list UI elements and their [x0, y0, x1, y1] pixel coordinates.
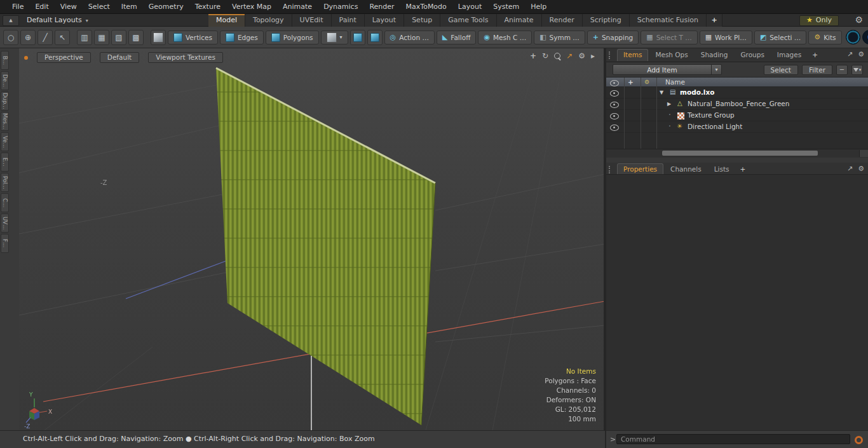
- menu-item[interactable]: Item: [116, 3, 143, 11]
- filter-funnel-button[interactable]: ▾: [851, 65, 863, 75]
- up-arrow-icon[interactable]: ▲: [3, 15, 19, 26]
- grid-box-icon-3[interactable]: ▧: [111, 30, 126, 45]
- maximize-expand-icon[interactable]: ↗: [566, 51, 573, 60]
- add-properties-tab-button[interactable]: +: [736, 164, 749, 175]
- menu-vertex-map[interactable]: Vertex Map: [226, 3, 277, 11]
- item-list-hscrollbar[interactable]: [606, 149, 868, 158]
- panel-grip[interactable]: [609, 51, 613, 59]
- tree-row-directional-light[interactable]: · ☀ Directional Light: [606, 121, 868, 133]
- tool-tab-mesh[interactable]: Mes…: [1, 112, 9, 131]
- edges-mode-button[interactable]: Edges: [220, 31, 264, 44]
- tab-setup[interactable]: Setup: [404, 14, 440, 27]
- tab-mesh-ops[interactable]: Mesh Ops: [649, 50, 693, 60]
- menu-maxtomodo[interactable]: MaxToModo: [400, 3, 452, 11]
- cursor-tool-icon[interactable]: ↖: [55, 30, 70, 45]
- tool-tab-polygon[interactable]: Pol…: [1, 173, 9, 192]
- menu-system[interactable]: System: [487, 3, 525, 11]
- panel-splitter-horizontal[interactable]: [606, 158, 868, 163]
- menu-help[interactable]: Help: [525, 3, 552, 11]
- only-button[interactable]: ★Only: [799, 15, 839, 26]
- panel-expand-icon[interactable]: ↗: [847, 50, 853, 58]
- tool-tab-uv[interactable]: UV…: [1, 214, 9, 233]
- light-name-label[interactable]: Directional Light: [688, 123, 742, 130]
- action-center-button[interactable]: ◎ Action …: [384, 31, 435, 44]
- name-column-header[interactable]: Name: [665, 78, 685, 86]
- tree-row-scene[interactable]: ▼ ▤ modo.lxo: [606, 87, 868, 98]
- tab-shading[interactable]: Shading: [695, 50, 734, 60]
- tool-tab-vertex[interactable]: Ve…: [1, 132, 9, 151]
- tree-row-mesh[interactable]: ▶ △ Natural_Bamboo_Fence_Green: [606, 98, 868, 110]
- panel-grip[interactable]: [609, 166, 613, 173]
- menu-texture[interactable]: Texture: [189, 3, 226, 11]
- viewport-3d[interactable]: -Z Y X -Z Perspective Default Viewport: [19, 48, 605, 430]
- tool-tab-basic[interactable]: B…: [1, 51, 9, 70]
- tab-uvedit[interactable]: UVEdit: [292, 14, 332, 27]
- tool-tab-duplicate[interactable]: Dup…: [1, 92, 9, 111]
- select-button[interactable]: Select: [764, 65, 798, 75]
- panel-gear-icon[interactable]: ⚙: [858, 50, 864, 58]
- visibility-eye-icon[interactable]: [610, 125, 619, 133]
- tree-row-texture-group[interactable]: · Texture Group: [606, 110, 868, 121]
- viewport-canvas[interactable]: -Z Y X -Z: [19, 48, 605, 430]
- disclosure-open-icon[interactable]: ▼: [660, 90, 663, 95]
- viewport-gear-icon[interactable]: ⚙: [578, 51, 585, 60]
- tab-topology[interactable]: Topology: [245, 14, 292, 27]
- tab-groups[interactable]: Groups: [735, 50, 770, 60]
- tab-game-tools[interactable]: Game Tools: [440, 14, 496, 27]
- tab-paint[interactable]: Paint: [332, 14, 365, 27]
- menu-view[interactable]: View: [55, 3, 83, 11]
- mini-cube-icon-1[interactable]: [350, 30, 365, 45]
- add-workspace-tab-button[interactable]: +: [707, 14, 722, 27]
- mini-cube-icon-2[interactable]: [367, 30, 383, 45]
- work-plane-button[interactable]: ▦ Work Pl…: [700, 31, 752, 44]
- grid-box-icon-1[interactable]: ▥: [77, 30, 92, 45]
- tab-schematic-fusion[interactable]: Schematic Fusion: [630, 14, 707, 27]
- menu-geometry[interactable]: Geometry: [143, 3, 189, 11]
- pen-tool-icon[interactable]: ╱: [37, 30, 53, 45]
- grid-box-icon-4[interactable]: ▩: [128, 30, 144, 45]
- globe-tool-icon[interactable]: ⊕: [20, 30, 36, 45]
- menu-select[interactable]: Select: [83, 3, 116, 11]
- menu-edit[interactable]: Edit: [29, 3, 54, 11]
- mesh-constraint-button[interactable]: ◉ Mesh C …: [478, 31, 532, 44]
- snapping-button[interactable]: + Snapping: [587, 31, 639, 44]
- tab-channels[interactable]: Channels: [665, 164, 707, 175]
- tab-images[interactable]: Images: [771, 50, 807, 60]
- falloff-button[interactable]: ◣ Falloff: [437, 31, 476, 44]
- menu-file[interactable]: File: [6, 3, 29, 11]
- filter-button[interactable]: Filter: [802, 65, 832, 75]
- command-input[interactable]: [616, 434, 850, 444]
- visibility-eye-icon[interactable]: [610, 90, 619, 98]
- gear-icon[interactable]: ⚙: [855, 15, 863, 25]
- axis-gizmo[interactable]: Y X -Z: [24, 391, 52, 430]
- pan-move-icon[interactable]: +: [530, 51, 536, 60]
- tab-items[interactable]: Items: [617, 49, 648, 61]
- polygons-mode-button[interactable]: Polygons: [266, 31, 319, 44]
- add-panel-tab-button[interactable]: +: [808, 50, 822, 60]
- collapse-all-button[interactable]: −: [836, 65, 848, 75]
- grid-box-icon-2[interactable]: ▦: [94, 30, 109, 45]
- menu-dynamics[interactable]: Dynamics: [318, 3, 363, 11]
- selection-sets-button[interactable]: ◩ Selecti …: [754, 31, 807, 44]
- orbit-rotate-icon[interactable]: ↻: [542, 51, 548, 60]
- kits-button[interactable]: ⚙ Kits: [808, 31, 841, 44]
- tool-tab-edge[interactable]: E…: [1, 153, 9, 172]
- vertices-mode-button[interactable]: Vertices: [168, 31, 218, 44]
- u-logo-icon[interactable]: u: [862, 30, 868, 44]
- viewport-tab-textures[interactable]: Viewport Textures: [148, 52, 223, 63]
- tab-animate[interactable]: Animate: [497, 14, 542, 27]
- panel-expand-icon[interactable]: ↗: [847, 165, 853, 173]
- tab-model[interactable]: Model: [208, 14, 245, 27]
- modo-logo-icon[interactable]: [846, 30, 860, 44]
- item-mode-dropdown[interactable]: ▾: [321, 31, 348, 44]
- scrollbar-thumb[interactable]: [662, 151, 818, 156]
- viewport-more-arrow-icon[interactable]: ▸: [591, 51, 595, 60]
- viewport-rotate-dot-icon[interactable]: [24, 56, 28, 60]
- tool-tab-curves[interactable]: C…: [1, 193, 9, 212]
- tab-scripting[interactable]: Scripting: [583, 14, 630, 27]
- texture-group-label[interactable]: Texture Group: [688, 111, 735, 119]
- cube-icon[interactable]: [151, 30, 166, 45]
- tab-layout[interactable]: Layout: [365, 14, 404, 27]
- command-history-icon[interactable]: [855, 436, 863, 444]
- tool-tab-deform[interactable]: De…: [1, 71, 9, 90]
